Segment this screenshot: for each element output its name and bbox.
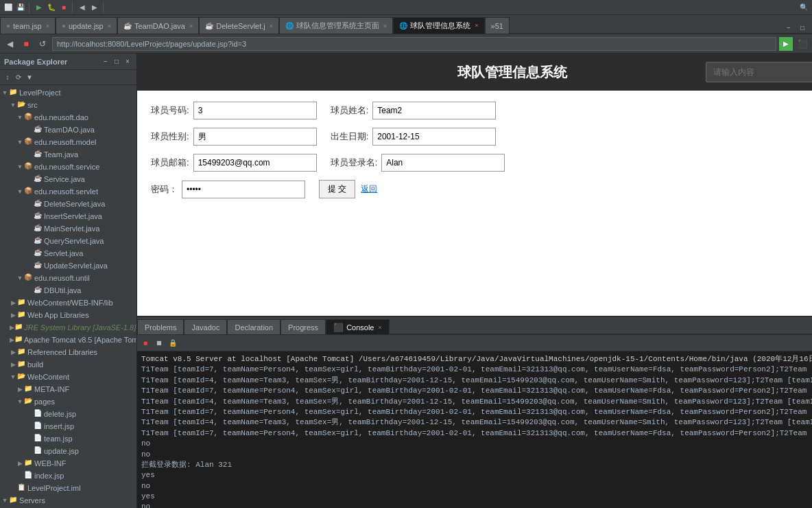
debug-btn[interactable]: 🐛 [46,2,57,13]
tab-console[interactable]: ⬛ Console × [326,319,390,334]
tab-javadoc[interactable]: Javadoc [184,319,227,334]
tree-item-team-jsp[interactable]: 📄 team.jsp [0,432,136,445]
tree-item-mainservlet[interactable]: ☕ MainServlet.java [0,222,136,235]
tab-javadoc-label: Javadoc [191,323,219,332]
tree-action-btn-1[interactable]: ↕ [3,73,12,82]
email-input[interactable] [193,154,317,172]
tree-item-service-java[interactable]: ☕ Service.java [0,173,136,185]
tree-item-teamdao[interactable]: ☕ TeamDAO.java [0,124,136,136]
tree-item-webcontent[interactable]: ▼ 📂 WebContent [0,371,136,383]
tree-item-dbutil[interactable]: ☕ DBUtil.java [0,284,136,297]
id-input[interactable] [193,102,317,119]
tree-item-webinf-lib[interactable]: ▶ 📁 WebContent/WEB-INF/lib [0,297,136,309]
tree-item-servlet-pkg[interactable]: ▼ 📦 edu.neusoft.servlet [0,185,136,198]
tree-item-metainf[interactable]: ▶ 📁 META-INF [0,383,136,395]
tree-item-levelproject[interactable]: ▼ 📁 LevelProject [0,86,136,99]
tree-item-queryservlet[interactable]: ☕ QueryServlet.java [0,235,136,247]
back-link[interactable]: 返回 [361,183,377,195]
tab-teamdao-java[interactable]: ☕ TeamDAO.java × [117,17,199,34]
tree-item-build[interactable]: ▶ 📁 build [0,358,136,371]
go-btn[interactable]: ▶ [779,37,793,51]
tree-item-jre[interactable]: ▶ 📁 JRE System Library [JavaSE-1.8] [0,321,136,334]
tab-problems[interactable]: Problems [137,319,184,334]
gender-input[interactable] [193,128,317,146]
search-toolbar-btn[interactable]: 🔍 [798,2,809,13]
panel-minimize-btn[interactable]: − [101,57,110,67]
tree-item-tomcat[interactable]: ▶ 📁 Apache Tomcat v8.5 [Apache Tomca [0,334,136,346]
nav-back-btn[interactable]: ◀ [3,37,16,51]
tree-item-insert-jsp[interactable]: 📄 insert.jsp [0,420,136,432]
minimize-editor-btn[interactable]: − [783,22,794,33]
save-btn[interactable]: 💾 [15,2,26,13]
tab-close-team-jsp[interactable]: × [46,23,49,30]
package-icon-4: 📦 [23,187,33,196]
console-server-info: Tomcat v8.5 Server at localhost [Apache … [141,354,812,365]
tree-action-btn-2[interactable]: ⟳ [14,73,23,82]
stop-btn[interactable]: ■ [58,2,69,13]
tab-progress[interactable]: Progress [280,319,326,334]
new-btn[interactable]: ⬜ [3,2,14,13]
tree-item-pages[interactable]: ▼ 📂 pages [0,395,136,408]
panel-close-btn[interactable]: × [123,57,132,67]
expand-arrow: ▼ [10,373,16,380]
forward-history-btn[interactable]: ▶ [89,2,100,13]
tree-item-model-pkg[interactable]: ▼ 📦 edu.neusoft.model [0,136,136,148]
java-icon-2: ☕ [205,22,213,30]
search-input[interactable] [706,62,812,82]
name-input[interactable] [372,102,496,119]
nav-extra-btn[interactable]: ⬛ [796,37,809,51]
tree-item-update-jsp[interactable]: 📄 update.jsp [0,445,136,457]
maximize-editor-btn[interactable]: □ [797,22,808,33]
tab-overflow[interactable]: »51 [485,17,510,34]
username-input[interactable] [381,154,505,172]
tree-item-delete-jsp[interactable]: 📄 delete.jsp [0,408,136,420]
console-stop-btn[interactable]: ⏹ [154,338,165,349]
tree-item-servlet-java[interactable]: ☕ Servlet.java [0,247,136,259]
submit-button[interactable]: 提 交 [319,180,355,198]
tree-item-deleteservlet-java[interactable]: ☕ DeleteServlet.java [0,198,136,210]
expand-arrow: ▶ [16,460,23,467]
toolbar-group-1: ⬜ 💾 [3,2,29,13]
tab-close-deleteservlet[interactable]: × [270,23,273,30]
nav-stop-btn[interactable]: ■ [19,37,33,51]
tab-close-ball-manage[interactable]: × [475,22,478,29]
back-history-btn[interactable]: ◀ [77,2,88,13]
console-scroll-lock-btn[interactable]: 🔒 [167,338,178,349]
toolbar-group-3: ◀ ▶ [77,2,104,13]
panel-maximize-btn[interactable]: □ [112,57,121,67]
tree-item-insertservlet[interactable]: ☕ InsertServlet.java [0,210,136,222]
tree-action-btn-3[interactable]: ▼ [25,73,34,82]
tab-deleteservlet[interactable]: ☕ DeleteServlet.j × [199,17,279,34]
tab-close-ball-main[interactable]: × [383,23,387,30]
tree-item-referenced-libs[interactable]: ▶ 📁 Referenced Libraries [0,346,136,358]
tab-progress-label: Progress [288,323,318,332]
tab-team-jsp[interactable]: ● team.jsp × [0,17,56,34]
tab-ball-manage[interactable]: 🌐 球队管理信息系统 × [393,17,484,34]
tab-close-update-jsp[interactable]: × [108,23,111,30]
tree-item-team-java[interactable]: ☕ Team.java [0,148,136,161]
tree-item-updateservlet[interactable]: ☕ UpdateServlet.java [0,259,136,272]
tree-item-index-jsp[interactable]: 📄 index.jsp [0,470,136,482]
tree-item-src[interactable]: ▼ 📂 src [0,99,136,111]
tab-close-console[interactable]: × [378,324,381,331]
nav-refresh-btn[interactable]: ↺ [36,37,49,51]
tab-close-teamdao[interactable]: × [189,23,193,30]
password-input[interactable] [182,181,305,198]
birthday-input[interactable] [372,128,496,146]
tree-item-until-pkg[interactable]: ▼ 📦 edu.neusoft.until [0,272,136,284]
tree-item-levelproject-iml[interactable]: 📋 LevelProject.iml [0,482,136,494]
tree-item-servers[interactable]: ▼ 📁 Servers [0,494,136,507]
console-icon: ⬛ [333,323,344,332]
tab-declaration[interactable]: Declaration [227,319,280,334]
tree-item-dao-pkg[interactable]: ▼ 📦 edu.neusoft.dao [0,111,136,124]
tree-item-webinf[interactable]: ▶ 📁 WEB-INF [0,457,136,470]
tree-item-service-pkg[interactable]: ▼ 📦 edu.neusoft.service [0,161,136,173]
console-clear-btn[interactable]: ■ [140,338,151,349]
form-group-username: 球员登录名: [331,154,505,172]
run-btn[interactable]: ▶ [34,2,45,13]
tab-update-jsp[interactable]: ● update.jsp × [56,17,117,34]
tab-ball-main[interactable]: 🌐 球队信息管理系统主页面 × [279,17,393,34]
address-input[interactable] [52,37,776,51]
tree-item-webapp-libs[interactable]: ▶ 📁 Web App Libraries [0,309,136,321]
console-line-8: no [141,450,812,460]
